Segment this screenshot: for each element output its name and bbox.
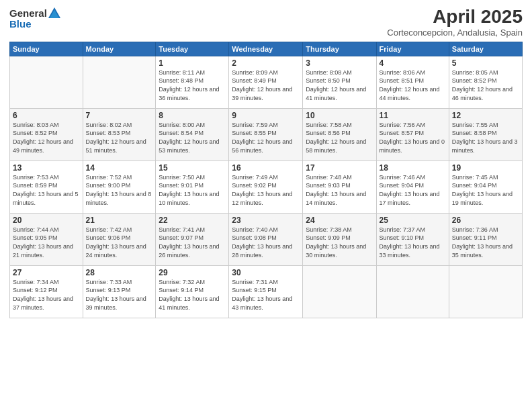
day-info: Sunrise: 7:59 AM Sunset: 8:55 PM Dayligh… — [232, 121, 300, 154]
calendar-day-cell: 2Sunrise: 8:09 AM Sunset: 8:49 PM Daylig… — [229, 56, 303, 108]
calendar-week-row: 27Sunrise: 7:34 AM Sunset: 9:12 PM Dayli… — [10, 265, 523, 318]
calendar-day-cell: 24Sunrise: 7:38 AM Sunset: 9:09 PM Dayli… — [303, 213, 376, 265]
calendar-day-cell: 29Sunrise: 7:32 AM Sunset: 9:14 PM Dayli… — [156, 265, 229, 318]
calendar-title: April 2025 — [387, 7, 523, 28]
calendar-week-row: 1Sunrise: 8:11 AM Sunset: 8:48 PM Daylig… — [10, 56, 523, 108]
day-of-week-header: Friday — [376, 42, 449, 56]
calendar-day-cell: 5Sunrise: 8:05 AM Sunset: 8:52 PM Daylig… — [449, 56, 522, 108]
calendar-day-cell: 3Sunrise: 8:08 AM Sunset: 8:50 PM Daylig… — [303, 56, 376, 108]
calendar-day-cell: 7Sunrise: 8:02 AM Sunset: 8:53 PM Daylig… — [83, 108, 156, 161]
day-number: 13 — [13, 163, 80, 173]
page: General Blue April 2025 Corteconcepcion,… — [0, 0, 532, 411]
day-info: Sunrise: 7:53 AM Sunset: 8:59 PM Dayligh… — [13, 173, 80, 207]
day-info: Sunrise: 7:55 AM Sunset: 8:58 PM Dayligh… — [452, 121, 519, 154]
calendar-day-cell: 16Sunrise: 7:49 AM Sunset: 9:02 PM Dayli… — [229, 161, 303, 213]
day-info: Sunrise: 7:49 AM Sunset: 9:02 PM Dayligh… — [232, 173, 300, 207]
calendar-day-cell: 6Sunrise: 8:03 AM Sunset: 8:52 PM Daylig… — [10, 108, 83, 161]
day-number: 8 — [159, 111, 226, 120]
calendar-day-cell — [303, 265, 376, 318]
day-number: 17 — [306, 163, 373, 173]
day-info: Sunrise: 8:02 AM Sunset: 8:53 PM Dayligh… — [86, 121, 153, 154]
calendar-day-cell: 30Sunrise: 7:31 AM Sunset: 9:15 PM Dayli… — [229, 265, 303, 318]
calendar-day-cell: 27Sunrise: 7:34 AM Sunset: 9:12 PM Dayli… — [10, 265, 83, 318]
day-info: Sunrise: 7:56 AM Sunset: 8:57 PM Dayligh… — [380, 121, 446, 154]
day-of-week-header: Tuesday — [156, 42, 229, 56]
day-info: Sunrise: 7:52 AM Sunset: 9:00 PM Dayligh… — [86, 173, 153, 207]
day-of-week-header: Thursday — [303, 42, 376, 56]
day-number: 22 — [159, 216, 226, 225]
day-info: Sunrise: 7:44 AM Sunset: 9:05 PM Dayligh… — [13, 226, 80, 259]
day-number: 21 — [86, 216, 153, 225]
calendar-day-cell: 20Sunrise: 7:44 AM Sunset: 9:05 PM Dayli… — [10, 213, 83, 265]
day-info: Sunrise: 7:41 AM Sunset: 9:07 PM Dayligh… — [159, 226, 226, 259]
calendar-day-cell: 12Sunrise: 7:55 AM Sunset: 8:58 PM Dayli… — [449, 108, 522, 161]
day-number: 5 — [452, 58, 519, 68]
day-number: 3 — [306, 58, 373, 68]
day-info: Sunrise: 8:05 AM Sunset: 8:52 PM Dayligh… — [452, 68, 519, 102]
calendar-day-cell: 14Sunrise: 7:52 AM Sunset: 9:00 PM Dayli… — [83, 161, 156, 213]
calendar-table: SundayMondayTuesdayWednesdayThursdayFrid… — [9, 42, 523, 318]
calendar-day-cell: 19Sunrise: 7:45 AM Sunset: 9:04 PM Dayli… — [449, 161, 522, 213]
day-info: Sunrise: 7:36 AM Sunset: 9:11 PM Dayligh… — [452, 226, 519, 259]
logo: General Blue — [9, 7, 60, 29]
day-number: 19 — [452, 163, 519, 173]
day-info: Sunrise: 7:46 AM Sunset: 9:04 PM Dayligh… — [380, 173, 446, 207]
day-info: Sunrise: 8:06 AM Sunset: 8:51 PM Dayligh… — [380, 68, 446, 102]
calendar-day-cell: 1Sunrise: 8:11 AM Sunset: 8:48 PM Daylig… — [156, 56, 229, 108]
day-number: 20 — [13, 216, 80, 225]
day-number: 28 — [86, 268, 153, 277]
day-info: Sunrise: 7:34 AM Sunset: 9:12 PM Dayligh… — [13, 278, 80, 312]
day-number: 12 — [452, 111, 519, 120]
day-number: 4 — [380, 58, 446, 68]
day-number: 26 — [452, 216, 519, 225]
day-info: Sunrise: 7:58 AM Sunset: 8:56 PM Dayligh… — [306, 121, 373, 154]
calendar-day-cell: 23Sunrise: 7:40 AM Sunset: 9:08 PM Dayli… — [229, 213, 303, 265]
day-number: 29 — [159, 268, 226, 277]
calendar-day-cell: 8Sunrise: 8:00 AM Sunset: 8:54 PM Daylig… — [156, 108, 229, 161]
day-info: Sunrise: 7:48 AM Sunset: 9:03 PM Dayligh… — [306, 173, 373, 207]
calendar-week-row: 13Sunrise: 7:53 AM Sunset: 8:59 PM Dayli… — [10, 161, 523, 213]
day-number: 1 — [159, 58, 226, 68]
calendar-day-cell: 28Sunrise: 7:33 AM Sunset: 9:13 PM Dayli… — [83, 265, 156, 318]
day-info: Sunrise: 8:00 AM Sunset: 8:54 PM Dayligh… — [159, 121, 226, 154]
day-info: Sunrise: 7:45 AM Sunset: 9:04 PM Dayligh… — [452, 173, 519, 207]
calendar-day-cell: 11Sunrise: 7:56 AM Sunset: 8:57 PM Dayli… — [376, 108, 449, 161]
title-block: April 2025 Corteconcepcion, Andalusia, S… — [387, 7, 523, 38]
day-info: Sunrise: 7:42 AM Sunset: 9:06 PM Dayligh… — [86, 226, 153, 259]
day-info: Sunrise: 7:37 AM Sunset: 9:10 PM Dayligh… — [380, 226, 446, 259]
day-number: 14 — [86, 163, 153, 173]
day-number: 25 — [380, 216, 446, 225]
day-of-week-header: Wednesday — [229, 42, 303, 56]
day-info: Sunrise: 8:08 AM Sunset: 8:50 PM Dayligh… — [306, 68, 373, 102]
day-info: Sunrise: 7:50 AM Sunset: 9:01 PM Dayligh… — [159, 173, 226, 207]
day-info: Sunrise: 7:33 AM Sunset: 9:13 PM Dayligh… — [86, 278, 153, 312]
calendar-day-cell — [83, 56, 156, 108]
day-number: 30 — [232, 268, 300, 277]
calendar-week-row: 20Sunrise: 7:44 AM Sunset: 9:05 PM Dayli… — [10, 213, 523, 265]
day-number: 24 — [306, 216, 373, 225]
calendar-day-cell: 13Sunrise: 7:53 AM Sunset: 8:59 PM Dayli… — [10, 161, 83, 213]
day-number: 6 — [13, 111, 80, 120]
day-number: 16 — [232, 163, 300, 173]
calendar-week-row: 6Sunrise: 8:03 AM Sunset: 8:52 PM Daylig… — [10, 108, 523, 161]
calendar-day-cell: 17Sunrise: 7:48 AM Sunset: 9:03 PM Dayli… — [303, 161, 376, 213]
calendar-day-cell — [10, 56, 83, 108]
day-info: Sunrise: 8:11 AM Sunset: 8:48 PM Dayligh… — [159, 68, 226, 102]
day-info: Sunrise: 7:38 AM Sunset: 9:09 PM Dayligh… — [306, 226, 373, 259]
logo-blue-text: Blue — [9, 19, 60, 29]
day-of-week-header: Saturday — [449, 42, 522, 56]
day-info: Sunrise: 7:40 AM Sunset: 9:08 PM Dayligh… — [232, 226, 300, 259]
day-number: 27 — [13, 268, 80, 277]
day-number: 7 — [86, 111, 153, 120]
header-row: SundayMondayTuesdayWednesdayThursdayFrid… — [10, 42, 523, 56]
day-info: Sunrise: 8:09 AM Sunset: 8:49 PM Dayligh… — [232, 68, 300, 102]
day-number: 18 — [380, 163, 446, 173]
calendar-day-cell: 25Sunrise: 7:37 AM Sunset: 9:10 PM Dayli… — [376, 213, 449, 265]
calendar-subtitle: Corteconcepcion, Andalusia, Spain — [387, 28, 523, 38]
calendar-day-cell: 21Sunrise: 7:42 AM Sunset: 9:06 PM Dayli… — [83, 213, 156, 265]
calendar-day-cell: 26Sunrise: 7:36 AM Sunset: 9:11 PM Dayli… — [449, 213, 522, 265]
calendar-day-cell: 22Sunrise: 7:41 AM Sunset: 9:07 PM Dayli… — [156, 213, 229, 265]
day-number: 9 — [232, 111, 300, 120]
calendar-day-cell: 9Sunrise: 7:59 AM Sunset: 8:55 PM Daylig… — [229, 108, 303, 161]
day-number: 15 — [159, 163, 226, 173]
